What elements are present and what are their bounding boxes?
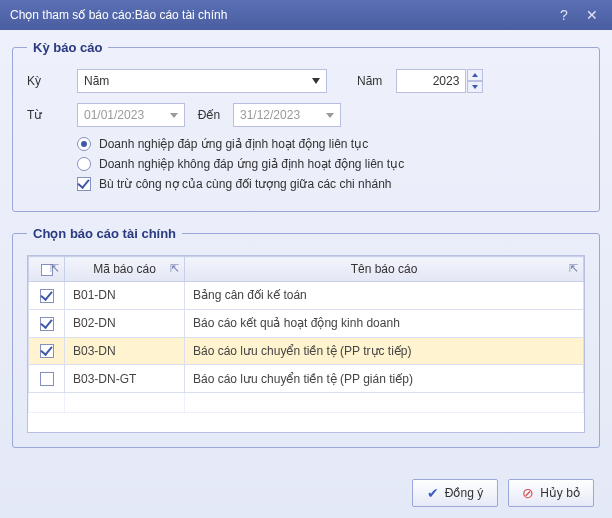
cancel-icon: ⊘ — [522, 485, 534, 501]
period-legend: Kỳ báo cáo — [27, 40, 108, 55]
tu-value: 01/01/2023 — [84, 108, 144, 122]
den-value: 31/12/2023 — [240, 108, 300, 122]
ky-label: Kỳ — [27, 74, 77, 88]
ok-button[interactable]: ✔ Đồng ý — [412, 479, 498, 507]
radio2-label: Doanh nghiệp không đáp ứng giả định hoạt… — [99, 157, 404, 171]
title-bar: Chọn tham số báo cáo:Báo cáo tài chính ?… — [0, 0, 612, 30]
column-header-name[interactable]: Tên báo cáo ⇱ — [185, 257, 584, 282]
window-title: Chọn tham số báo cáo:Báo cáo tài chính — [10, 8, 546, 22]
cell-code: B01-DN — [65, 282, 185, 310]
row-checkbox[interactable] — [40, 289, 54, 303]
not-going-concern-radio[interactable] — [77, 157, 91, 171]
cell-name: Báo cáo lưu chuyển tiền tệ (PP gián tiếp… — [185, 365, 584, 393]
client-area: Kỳ báo cáo Kỳ Năm Năm 2023 Từ 01/01/2 — [0, 30, 612, 518]
cell-code: B02-DN — [65, 309, 185, 337]
cell-name: Báo cáo lưu chuyển tiền tệ (PP trực tiếp… — [185, 337, 584, 365]
den-label: Đến — [185, 108, 233, 122]
tu-datepicker[interactable]: 01/01/2023 — [77, 103, 185, 127]
column-header-code[interactable]: Mã báo cáo ⇱ — [65, 257, 185, 282]
year-spinner[interactable] — [467, 69, 483, 93]
cell-name: Báo cáo kết quả hoạt động kinh doanh — [185, 309, 584, 337]
radio1-label: Doanh nghiệp đáp ứng giả định hoạt động … — [99, 137, 368, 151]
period-groupbox: Kỳ báo cáo Kỳ Năm Năm 2023 Từ 01/01/2 — [12, 40, 600, 212]
arrow-down-icon — [472, 85, 478, 89]
ok-label: Đồng ý — [445, 486, 483, 500]
nam-value: 2023 — [433, 74, 460, 88]
help-button[interactable]: ? — [554, 7, 574, 23]
den-datepicker[interactable]: 31/12/2023 — [233, 103, 341, 127]
row-checkbox[interactable] — [40, 372, 54, 386]
cell-code: B03-DN — [65, 337, 185, 365]
chevron-down-icon — [170, 113, 178, 118]
cancel-label: Hủy bỏ — [540, 486, 580, 500]
nam-input[interactable]: 2023 — [396, 69, 466, 93]
ky-value: Năm — [84, 74, 109, 88]
chevron-down-icon — [326, 113, 334, 118]
row-checkbox[interactable] — [40, 344, 54, 358]
close-button[interactable]: ✕ — [582, 7, 602, 23]
spin-down-button[interactable] — [467, 81, 483, 93]
pin-icon: ⇱ — [569, 262, 578, 275]
cell-code: B03-DN-GT — [65, 365, 185, 393]
reports-grid[interactable]: ⇱ Mã báo cáo ⇱ Tên báo cáo ⇱ B01-DNBảng … — [27, 255, 585, 433]
table-row[interactable]: B02-DNBáo cáo kết quả hoạt động kinh doa… — [29, 309, 584, 337]
spin-up-button[interactable] — [467, 69, 483, 81]
reports-groupbox: Chọn báo cáo tài chính ⇱ Mã báo cáo ⇱ — [12, 226, 600, 448]
nam-label: Năm — [357, 74, 382, 88]
table-row[interactable]: B01-DNBảng cân đối kế toán — [29, 282, 584, 310]
check-icon: ✔ — [427, 485, 439, 501]
ky-combobox[interactable]: Năm — [77, 69, 327, 93]
reports-legend: Chọn báo cáo tài chính — [27, 226, 182, 241]
row-checkbox[interactable] — [40, 317, 54, 331]
column-header-check[interactable]: ⇱ — [29, 257, 65, 282]
cancel-button[interactable]: ⊘ Hủy bỏ — [508, 479, 594, 507]
checkbox1-label: Bù trừ công nợ của cùng đối tượng giữa c… — [99, 177, 392, 191]
tu-label: Từ — [27, 108, 77, 122]
cell-name: Bảng cân đối kế toán — [185, 282, 584, 310]
arrow-up-icon — [472, 73, 478, 77]
pin-icon: ⇱ — [170, 262, 179, 275]
going-concern-radio[interactable] — [77, 137, 91, 151]
chevron-down-icon — [312, 78, 320, 84]
offset-debt-checkbox[interactable] — [77, 177, 91, 191]
table-row[interactable]: B03-DNBáo cáo lưu chuyển tiền tệ (PP trự… — [29, 337, 584, 365]
pin-icon: ⇱ — [50, 262, 59, 275]
table-row[interactable]: B03-DN-GTBáo cáo lưu chuyển tiền tệ (PP … — [29, 365, 584, 393]
